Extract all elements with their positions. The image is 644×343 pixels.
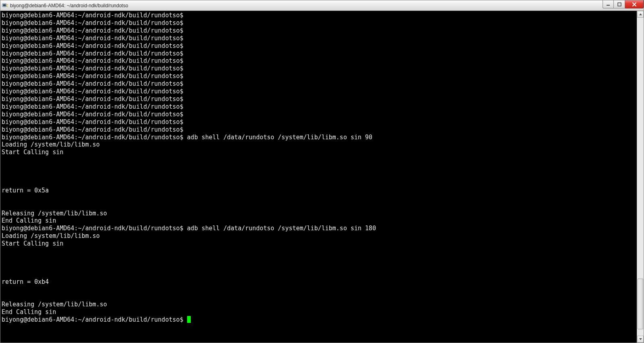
svg-rect-2 xyxy=(607,5,610,6)
terminal-output[interactable]: biyong@debian6-AMD64:~/android-ndk/build… xyxy=(0,11,637,343)
scroll-down-button[interactable] xyxy=(637,336,644,343)
window-title: biyong@debian6-AMD64: ~/android-ndk/buil… xyxy=(10,3,128,8)
vertical-scrollbar[interactable] xyxy=(637,11,644,343)
terminal-body-wrap: biyong@debian6-AMD64:~/android-ndk/build… xyxy=(0,11,644,343)
cursor xyxy=(187,316,191,323)
titlebar[interactable]: biyong@debian6-AMD64: ~/android-ndk/buil… xyxy=(0,0,644,11)
minimize-button[interactable] xyxy=(603,0,614,8)
maximize-button[interactable] xyxy=(614,0,625,8)
window-controls xyxy=(603,0,644,8)
terminal-window: biyong@debian6-AMD64: ~/android-ndk/buil… xyxy=(0,0,644,343)
putty-icon xyxy=(2,2,8,9)
close-button[interactable] xyxy=(625,0,644,8)
svg-rect-1 xyxy=(3,4,6,6)
scroll-up-button[interactable] xyxy=(637,11,644,18)
svg-rect-3 xyxy=(618,3,621,6)
scrollbar-track[interactable] xyxy=(637,18,644,336)
scrollbar-thumb[interactable] xyxy=(638,279,643,329)
